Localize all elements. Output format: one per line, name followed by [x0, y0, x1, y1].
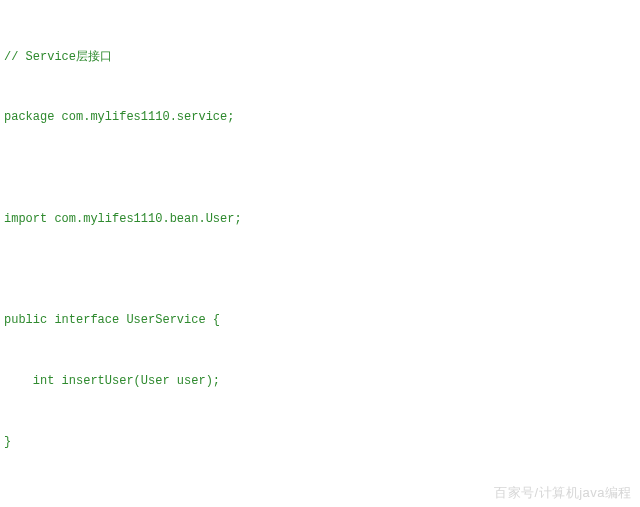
code-line: public interface UserService {: [4, 310, 636, 330]
code-line: }: [4, 432, 636, 452]
code-line: package com.mylifes1110.service;: [4, 107, 636, 127]
code-line: // Service层接口: [4, 47, 636, 67]
code-block: // Service层接口 package com.mylifes1110.se…: [0, 0, 640, 507]
code-line: import com.mylifes1110.bean.User;: [4, 209, 636, 229]
code-line: int insertUser(User user);: [4, 371, 636, 391]
